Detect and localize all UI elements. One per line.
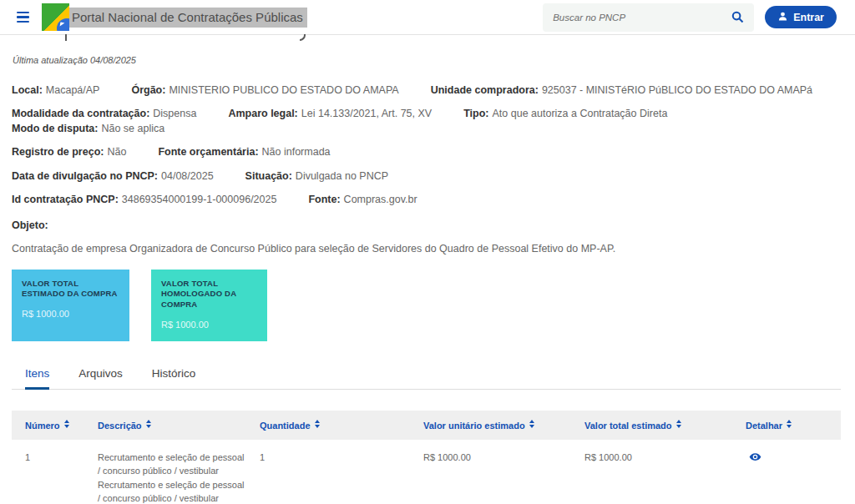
sort-icon xyxy=(787,420,792,428)
metadata-line: Data de divulgação no PNCP:04/08/2025 Si… xyxy=(12,171,841,183)
card-value: R$ 1000.00 xyxy=(161,320,257,330)
eye-icon xyxy=(749,453,761,466)
sort-icon xyxy=(315,420,320,428)
user-icon xyxy=(777,11,788,24)
clipped-page-title-fragment xyxy=(65,34,67,41)
field-amparo-legal: Amparo legal:Lei 14.133/2021, Art. 75, X… xyxy=(228,108,432,120)
card-title: VALOR TOTAL ESTIMADO DA COMPRA xyxy=(22,279,119,300)
login-button[interactable]: Entrar xyxy=(765,6,837,28)
tab-arquivos[interactable]: Arquivos xyxy=(78,367,123,389)
view-item-button[interactable] xyxy=(749,451,761,466)
objeto-label: Objeto: xyxy=(12,219,841,231)
field-local: Local:Macapá/AP xyxy=(12,85,99,97)
sort-icon xyxy=(676,420,681,428)
objeto-text: Contratação de empresa Organizadora de C… xyxy=(12,243,841,255)
contract-metadata: Local:Macapá/AP Órgão:MINISTERIO PUBLICO… xyxy=(12,85,841,206)
card-title: VALOR TOTAL HOMOLOGADO DA COMPRA xyxy=(161,279,257,310)
table-header-row: Número Descrição Quantidade Valor unitár… xyxy=(12,411,841,440)
contract-detail-page: Última atualização 04/08/2025 Local:Maca… xyxy=(0,0,855,504)
cell-quantidade: 1 xyxy=(253,440,417,504)
tab-itens[interactable]: Itens xyxy=(25,367,49,390)
app-header: Portal Nacional de Contratações Públicas… xyxy=(0,0,855,35)
field-modalidade: Modalidade da contratação:Dispensa xyxy=(12,108,196,120)
login-button-label: Entrar xyxy=(793,12,824,23)
field-tipo: Tipo:Ato que autoriza a Contratação Dire… xyxy=(463,108,667,120)
field-situacao: Situação:Divulgada no PNCP xyxy=(245,171,388,183)
column-header-numero[interactable]: Número xyxy=(12,411,91,440)
sort-icon xyxy=(529,420,534,428)
card-valor-homologado: VALOR TOTAL HOMOLOGADO DA COMPRA R$ 1000… xyxy=(151,270,267,341)
items-table: Número Descrição Quantidade Valor unitár… xyxy=(12,411,841,504)
cell-detalhar xyxy=(739,440,841,504)
card-value: R$ 1000.00 xyxy=(22,309,119,319)
detail-tabs: Itens Arquivos Histórico xyxy=(12,367,841,390)
table-row: 1 Recrutamento e seleção de pessoal / co… xyxy=(12,440,841,504)
cell-descricao: Recrutamento e seleção de pessoal / conc… xyxy=(91,440,253,504)
cell-valor-unitario: R$ 1000.00 xyxy=(417,440,578,504)
tab-historico[interactable]: Histórico xyxy=(152,367,196,389)
app-title: Portal Nacional de Contratações Públicas xyxy=(69,8,307,28)
sort-icon xyxy=(64,420,69,428)
value-cards: VALOR TOTAL ESTIMADO DA COMPRA R$ 1000.0… xyxy=(12,270,841,341)
logo-cursor-icon xyxy=(60,23,65,28)
sort-icon xyxy=(146,420,151,428)
field-modo-disputa: Modo de disputa:Não se aplica xyxy=(12,123,164,135)
metadata-line: Local:Macapá/AP Órgão:MINISTERIO PUBLICO… xyxy=(12,85,841,97)
descricao-line: Recrutamento e seleção de pessoal / conc… xyxy=(98,451,246,478)
column-header-valor-total[interactable]: Valor total estimado xyxy=(578,411,739,440)
metadata-line: Registro de preço:Não Fonte orçamentária… xyxy=(12,147,841,159)
field-data-divulgacao: Data de divulgação no PNCP:04/08/2025 xyxy=(12,171,214,183)
field-orgao: Órgão:MINISTERIO PUBLICO DO ESTADO DO AM… xyxy=(131,85,398,97)
search-box xyxy=(543,3,754,32)
search-icon[interactable] xyxy=(731,11,744,23)
field-registro-preco: Registro de preço:Não xyxy=(12,147,126,159)
cell-numero: 1 xyxy=(12,440,91,504)
column-header-quantidade[interactable]: Quantidade xyxy=(253,411,417,440)
card-valor-estimado: VALOR TOTAL ESTIMADO DA COMPRA R$ 1000.0… xyxy=(12,270,129,341)
field-unidade-compradora: Unidade compradora:925037 - MINISTéRIO P… xyxy=(431,85,812,97)
menu-icon[interactable] xyxy=(17,12,29,23)
column-header-valor-unitario[interactable]: Valor unitário estimado xyxy=(417,411,578,440)
field-id-contratacao: Id contratação PNCP:34869354000199-1-000… xyxy=(12,194,276,206)
metadata-line: Id contratação PNCP:34869354000199-1-000… xyxy=(12,194,841,206)
last-update-text: Última atualização 04/08/2025 xyxy=(13,55,841,65)
metadata-line: Modalidade da contratação:Dispensa Ampar… xyxy=(12,108,841,135)
search-input[interactable] xyxy=(553,13,731,23)
field-fonte: Fonte:Compras.gov.br xyxy=(308,194,417,206)
pncp-logo[interactable] xyxy=(42,3,69,31)
descricao-line: Recrutamento e seleção de pessoal / conc… xyxy=(98,478,246,504)
column-header-detalhar[interactable]: Detalhar xyxy=(739,411,841,440)
column-header-descricao[interactable]: Descrição xyxy=(91,411,253,440)
cell-valor-total: R$ 1000.00 xyxy=(578,440,739,504)
field-fonte-orcamentaria: Fonte orçamentária:Não informada xyxy=(158,147,330,159)
